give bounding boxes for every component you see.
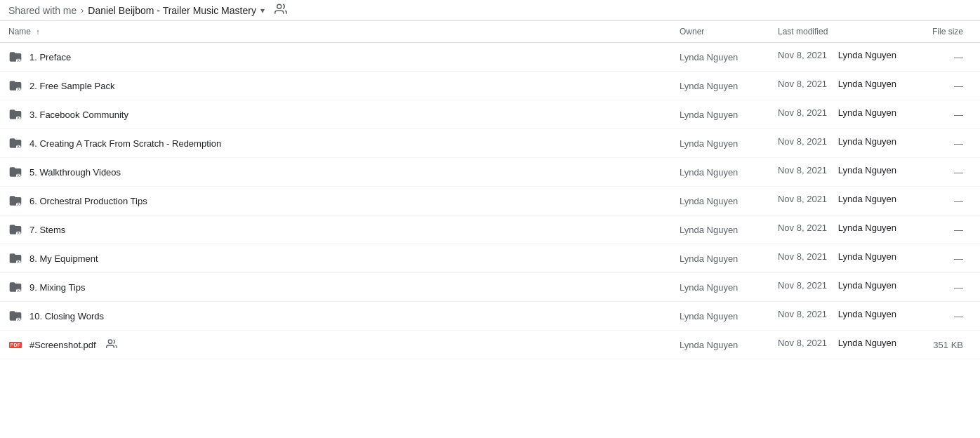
folder-shared-icon xyxy=(8,251,22,265)
modified-date: Nov 8, 2021 xyxy=(778,223,827,233)
table-row[interactable]: PDF#Screenshot.pdfLynda NguyenNov 8, 202… xyxy=(0,331,980,359)
table-row[interactable]: 7. StemsLynda NguyenNov 8, 2021 Lynda Ng… xyxy=(0,215,980,244)
file-modified-cell: Nov 8, 2021 Lynda Nguyen xyxy=(769,158,924,182)
file-size-cell: — xyxy=(924,43,980,72)
file-owner-cell: Lynda Nguyen xyxy=(671,215,769,244)
modified-date: Nov 8, 2021 xyxy=(778,107,827,118)
file-modified-cell: Nov 8, 2021 Lynda Nguyen xyxy=(769,215,924,240)
file-modified-cell: Nov 8, 2021 Lynda Nguyen xyxy=(769,331,924,355)
folder-shared-icon xyxy=(8,280,22,294)
file-owner-cell: Lynda Nguyen xyxy=(671,273,769,302)
file-owner-cell: Lynda Nguyen xyxy=(671,244,769,273)
file-name-label: 3. Facebook Community xyxy=(29,109,128,120)
table-header-row: Name ↑ Owner Last modified File size xyxy=(0,21,980,43)
file-owner-cell: Lynda Nguyen xyxy=(671,129,769,158)
folder-shared-icon xyxy=(8,50,22,64)
file-name-cell-6: 6. Orchestral Production Tips xyxy=(0,187,671,215)
table-row[interactable]: 10. Closing WordsLynda NguyenNov 8, 2021… xyxy=(0,302,980,331)
column-header-owner[interactable]: Owner xyxy=(671,21,769,43)
file-size-cell: — xyxy=(924,129,980,158)
breadcrumb-folder-name: Daniel Beijbom - Trailer Music Mastery xyxy=(88,5,256,16)
table-row[interactable]: 4. Creating A Track From Scratch - Redem… xyxy=(0,129,980,158)
modified-date: Nov 8, 2021 xyxy=(778,79,827,89)
table-row[interactable]: 8. My EquipmentLynda NguyenNov 8, 2021 L… xyxy=(0,244,980,273)
file-table: Name ↑ Owner Last modified File size 1. … xyxy=(0,21,980,359)
shared-people-icon xyxy=(106,338,117,352)
file-name-label: 8. My Equipment xyxy=(29,253,98,264)
people-share-icon[interactable] xyxy=(274,3,287,18)
file-modified-cell: Nov 8, 2021 Lynda Nguyen xyxy=(769,244,924,269)
column-header-size[interactable]: File size xyxy=(924,21,980,43)
file-name-cell-7: 7. Stems xyxy=(0,215,671,244)
table-row[interactable]: 2. Free Sample PackLynda NguyenNov 8, 20… xyxy=(0,72,980,100)
file-size-cell: — xyxy=(924,244,980,273)
file-modified-cell: Nov 8, 2021 Lynda Nguyen xyxy=(769,72,924,96)
modified-date: Nov 8, 2021 xyxy=(778,136,827,147)
table-row[interactable]: 5. Walkthrough VideosLynda NguyenNov 8, … xyxy=(0,158,980,187)
file-owner-cell: Lynda Nguyen xyxy=(671,43,769,72)
file-name-cell-4: 4. Creating A Track From Scratch - Redem… xyxy=(0,129,671,158)
file-name-cell-9: 9. Mixing Tips xyxy=(0,273,671,302)
file-name-cell-10: 10. Closing Words xyxy=(0,302,671,331)
modified-by: Lynda Nguyen xyxy=(838,107,896,118)
modified-by: Lynda Nguyen xyxy=(838,136,896,147)
file-modified-cell: Nov 8, 2021 Lynda Nguyen xyxy=(769,100,924,125)
breadcrumb-current-folder: Daniel Beijbom - Trailer Music Mastery ▾ xyxy=(88,3,287,18)
file-owner-cell: Lynda Nguyen xyxy=(671,331,769,359)
modified-by: Lynda Nguyen xyxy=(838,79,896,89)
folder-shared-icon xyxy=(8,79,22,93)
file-name-label: 6. Orchestral Production Tips xyxy=(29,196,147,206)
file-name-label: 9. Mixing Tips xyxy=(29,282,85,293)
file-size-cell: — xyxy=(924,72,980,100)
file-name-label: 4. Creating A Track From Scratch - Redem… xyxy=(29,138,221,149)
svg-point-0 xyxy=(277,4,282,8)
breadcrumb-shared-link[interactable]: Shared with me xyxy=(8,5,77,16)
file-name-cell-11: PDF#Screenshot.pdf xyxy=(0,331,671,359)
folder-shared-icon xyxy=(8,136,22,150)
file-modified-cell: Nov 8, 2021 Lynda Nguyen xyxy=(769,302,924,326)
modified-date: Nov 8, 2021 xyxy=(778,50,827,60)
file-size-cell: — xyxy=(924,187,980,215)
file-size-cell: — xyxy=(924,158,980,187)
modified-by: Lynda Nguyen xyxy=(838,338,896,348)
file-owner-cell: Lynda Nguyen xyxy=(671,100,769,129)
file-owner-cell: Lynda Nguyen xyxy=(671,158,769,187)
modified-date: Nov 8, 2021 xyxy=(778,251,827,262)
file-name-label: 10. Closing Words xyxy=(29,311,104,321)
column-header-name[interactable]: Name ↑ xyxy=(0,21,671,43)
folder-shared-icon xyxy=(8,309,22,323)
file-size-cell: — xyxy=(924,273,980,302)
modified-by: Lynda Nguyen xyxy=(838,223,896,233)
file-name-label: 1. Preface xyxy=(29,52,71,62)
modified-by: Lynda Nguyen xyxy=(838,194,896,204)
modified-by: Lynda Nguyen xyxy=(838,50,896,60)
modified-date: Nov 8, 2021 xyxy=(778,280,827,291)
modified-by: Lynda Nguyen xyxy=(838,280,896,291)
file-modified-cell: Nov 8, 2021 Lynda Nguyen xyxy=(769,187,924,211)
file-size-cell: — xyxy=(924,100,980,129)
modified-date: Nov 8, 2021 xyxy=(778,194,827,204)
table-row[interactable]: 1. PrefaceLynda NguyenNov 8, 2021 Lynda … xyxy=(0,43,980,72)
pdf-file-icon: PDF xyxy=(8,338,22,352)
file-size-cell: 351 KB xyxy=(924,331,980,359)
file-modified-cell: Nov 8, 2021 Lynda Nguyen xyxy=(769,273,924,298)
modified-by: Lynda Nguyen xyxy=(838,165,896,175)
breadcrumb-dropdown-icon[interactable]: ▾ xyxy=(260,6,265,15)
modified-by: Lynda Nguyen xyxy=(838,251,896,262)
file-modified-cell: Nov 8, 2021 Lynda Nguyen xyxy=(769,129,924,154)
table-row[interactable]: 3. Facebook CommunityLynda NguyenNov 8, … xyxy=(0,100,980,129)
modified-date: Nov 8, 2021 xyxy=(778,165,827,175)
folder-shared-icon xyxy=(8,194,22,208)
file-size-cell: — xyxy=(924,302,980,331)
modified-date: Nov 8, 2021 xyxy=(778,338,827,348)
file-name-cell-3: 3. Facebook Community xyxy=(0,100,671,129)
column-header-modified[interactable]: Last modified xyxy=(769,21,924,43)
table-row[interactable]: 6. Orchestral Production TipsLynda Nguye… xyxy=(0,187,980,215)
file-name-label: 7. Stems xyxy=(29,225,65,235)
folder-shared-icon xyxy=(8,165,22,179)
table-row[interactable]: 9. Mixing TipsLynda NguyenNov 8, 2021 Ly… xyxy=(0,273,980,302)
breadcrumb: Shared with me › Daniel Beijbom - Traile… xyxy=(0,0,980,21)
file-owner-cell: Lynda Nguyen xyxy=(671,187,769,215)
folder-shared-icon xyxy=(8,107,22,121)
breadcrumb-chevron-icon: › xyxy=(81,6,84,15)
